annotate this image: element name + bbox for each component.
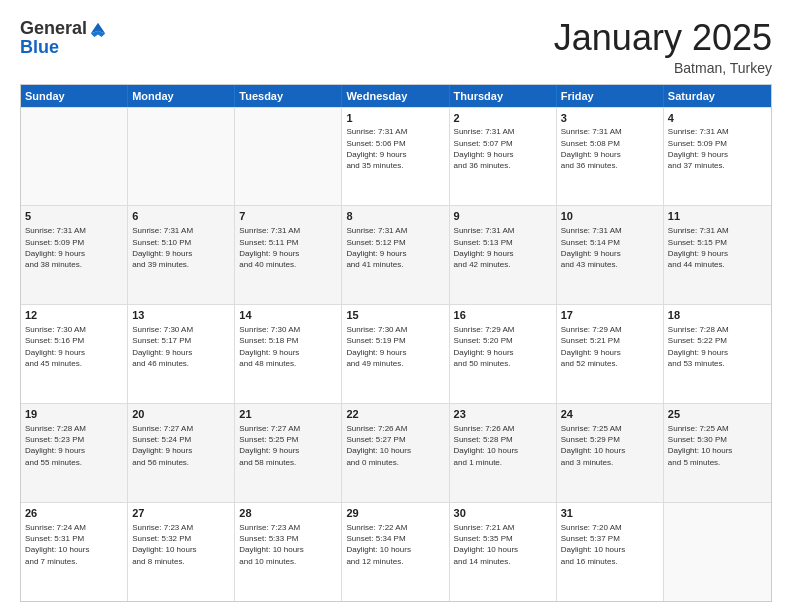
- title-block: January 2025 Batman, Turkey: [554, 18, 772, 76]
- calendar-cell-27: 27Sunrise: 7:23 AM Sunset: 5:32 PM Dayli…: [128, 503, 235, 601]
- day-number: 8: [346, 209, 444, 224]
- cell-details: Sunrise: 7:30 AM Sunset: 5:18 PM Dayligh…: [239, 324, 337, 369]
- cell-details: Sunrise: 7:27 AM Sunset: 5:24 PM Dayligh…: [132, 423, 230, 468]
- header-day-sunday: Sunday: [21, 85, 128, 107]
- day-number: 30: [454, 506, 552, 521]
- cell-details: Sunrise: 7:31 AM Sunset: 5:07 PM Dayligh…: [454, 126, 552, 171]
- day-number: 29: [346, 506, 444, 521]
- day-number: 9: [454, 209, 552, 224]
- cell-details: Sunrise: 7:28 AM Sunset: 5:23 PM Dayligh…: [25, 423, 123, 468]
- logo-icon: [89, 20, 107, 38]
- calendar: SundayMondayTuesdayWednesdayThursdayFrid…: [20, 84, 772, 602]
- header-day-thursday: Thursday: [450, 85, 557, 107]
- calendar-cell-26: 26Sunrise: 7:24 AM Sunset: 5:31 PM Dayli…: [21, 503, 128, 601]
- calendar-cell-24: 24Sunrise: 7:25 AM Sunset: 5:29 PM Dayli…: [557, 404, 664, 502]
- calendar-cell-13: 13Sunrise: 7:30 AM Sunset: 5:17 PM Dayli…: [128, 305, 235, 403]
- cell-details: Sunrise: 7:31 AM Sunset: 5:09 PM Dayligh…: [668, 126, 767, 171]
- calendar-cell-20: 20Sunrise: 7:27 AM Sunset: 5:24 PM Dayli…: [128, 404, 235, 502]
- day-number: 21: [239, 407, 337, 422]
- calendar-cell-31: 31Sunrise: 7:20 AM Sunset: 5:37 PM Dayli…: [557, 503, 664, 601]
- cell-details: Sunrise: 7:30 AM Sunset: 5:19 PM Dayligh…: [346, 324, 444, 369]
- calendar-cell-19: 19Sunrise: 7:28 AM Sunset: 5:23 PM Dayli…: [21, 404, 128, 502]
- day-number: 14: [239, 308, 337, 323]
- calendar-cell-8: 8Sunrise: 7:31 AM Sunset: 5:12 PM Daylig…: [342, 206, 449, 304]
- cell-details: Sunrise: 7:31 AM Sunset: 5:10 PM Dayligh…: [132, 225, 230, 270]
- calendar-cell-1: 1Sunrise: 7:31 AM Sunset: 5:06 PM Daylig…: [342, 108, 449, 206]
- header-day-tuesday: Tuesday: [235, 85, 342, 107]
- calendar-row-2: 12Sunrise: 7:30 AM Sunset: 5:16 PM Dayli…: [21, 304, 771, 403]
- cell-details: Sunrise: 7:25 AM Sunset: 5:30 PM Dayligh…: [668, 423, 767, 468]
- day-number: 4: [668, 111, 767, 126]
- cell-details: Sunrise: 7:21 AM Sunset: 5:35 PM Dayligh…: [454, 522, 552, 567]
- day-number: 25: [668, 407, 767, 422]
- day-number: 18: [668, 308, 767, 323]
- cell-details: Sunrise: 7:20 AM Sunset: 5:37 PM Dayligh…: [561, 522, 659, 567]
- cell-details: Sunrise: 7:31 AM Sunset: 5:06 PM Dayligh…: [346, 126, 444, 171]
- day-number: 12: [25, 308, 123, 323]
- calendar-body: 1Sunrise: 7:31 AM Sunset: 5:06 PM Daylig…: [21, 107, 771, 601]
- header: General Blue January 2025 Batman, Turkey: [20, 18, 772, 76]
- calendar-row-1: 5Sunrise: 7:31 AM Sunset: 5:09 PM Daylig…: [21, 205, 771, 304]
- calendar-cell-18: 18Sunrise: 7:28 AM Sunset: 5:22 PM Dayli…: [664, 305, 771, 403]
- cell-details: Sunrise: 7:31 AM Sunset: 5:12 PM Dayligh…: [346, 225, 444, 270]
- cell-details: Sunrise: 7:29 AM Sunset: 5:21 PM Dayligh…: [561, 324, 659, 369]
- cell-details: Sunrise: 7:29 AM Sunset: 5:20 PM Dayligh…: [454, 324, 552, 369]
- calendar-cell-25: 25Sunrise: 7:25 AM Sunset: 5:30 PM Dayli…: [664, 404, 771, 502]
- day-number: 11: [668, 209, 767, 224]
- calendar-row-3: 19Sunrise: 7:28 AM Sunset: 5:23 PM Dayli…: [21, 403, 771, 502]
- day-number: 28: [239, 506, 337, 521]
- calendar-cell-30: 30Sunrise: 7:21 AM Sunset: 5:35 PM Dayli…: [450, 503, 557, 601]
- day-number: 22: [346, 407, 444, 422]
- header-day-monday: Monday: [128, 85, 235, 107]
- cell-details: Sunrise: 7:22 AM Sunset: 5:34 PM Dayligh…: [346, 522, 444, 567]
- cell-details: Sunrise: 7:26 AM Sunset: 5:28 PM Dayligh…: [454, 423, 552, 468]
- calendar-cell-5: 5Sunrise: 7:31 AM Sunset: 5:09 PM Daylig…: [21, 206, 128, 304]
- calendar-cell-15: 15Sunrise: 7:30 AM Sunset: 5:19 PM Dayli…: [342, 305, 449, 403]
- cell-details: Sunrise: 7:26 AM Sunset: 5:27 PM Dayligh…: [346, 423, 444, 468]
- day-number: 23: [454, 407, 552, 422]
- calendar-cell-empty-2: [235, 108, 342, 206]
- cell-details: Sunrise: 7:30 AM Sunset: 5:16 PM Dayligh…: [25, 324, 123, 369]
- cell-details: Sunrise: 7:23 AM Sunset: 5:32 PM Dayligh…: [132, 522, 230, 567]
- calendar-cell-23: 23Sunrise: 7:26 AM Sunset: 5:28 PM Dayli…: [450, 404, 557, 502]
- day-number: 6: [132, 209, 230, 224]
- day-number: 13: [132, 308, 230, 323]
- day-number: 27: [132, 506, 230, 521]
- calendar-cell-2: 2Sunrise: 7:31 AM Sunset: 5:07 PM Daylig…: [450, 108, 557, 206]
- calendar-cell-empty-0: [21, 108, 128, 206]
- day-number: 31: [561, 506, 659, 521]
- calendar-title: January 2025: [554, 18, 772, 58]
- header-day-saturday: Saturday: [664, 85, 771, 107]
- calendar-cell-10: 10Sunrise: 7:31 AM Sunset: 5:14 PM Dayli…: [557, 206, 664, 304]
- cell-details: Sunrise: 7:31 AM Sunset: 5:15 PM Dayligh…: [668, 225, 767, 270]
- calendar-row-0: 1Sunrise: 7:31 AM Sunset: 5:06 PM Daylig…: [21, 107, 771, 206]
- calendar-cell-7: 7Sunrise: 7:31 AM Sunset: 5:11 PM Daylig…: [235, 206, 342, 304]
- calendar-cell-16: 16Sunrise: 7:29 AM Sunset: 5:20 PM Dayli…: [450, 305, 557, 403]
- day-number: 17: [561, 308, 659, 323]
- calendar-cell-3: 3Sunrise: 7:31 AM Sunset: 5:08 PM Daylig…: [557, 108, 664, 206]
- day-number: 19: [25, 407, 123, 422]
- cell-details: Sunrise: 7:30 AM Sunset: 5:17 PM Dayligh…: [132, 324, 230, 369]
- cell-details: Sunrise: 7:31 AM Sunset: 5:11 PM Dayligh…: [239, 225, 337, 270]
- calendar-cell-17: 17Sunrise: 7:29 AM Sunset: 5:21 PM Dayli…: [557, 305, 664, 403]
- header-day-friday: Friday: [557, 85, 664, 107]
- calendar-cell-9: 9Sunrise: 7:31 AM Sunset: 5:13 PM Daylig…: [450, 206, 557, 304]
- cell-details: Sunrise: 7:31 AM Sunset: 5:09 PM Dayligh…: [25, 225, 123, 270]
- day-number: 2: [454, 111, 552, 126]
- calendar-cell-22: 22Sunrise: 7:26 AM Sunset: 5:27 PM Dayli…: [342, 404, 449, 502]
- cell-details: Sunrise: 7:23 AM Sunset: 5:33 PM Dayligh…: [239, 522, 337, 567]
- calendar-cell-11: 11Sunrise: 7:31 AM Sunset: 5:15 PM Dayli…: [664, 206, 771, 304]
- logo-general-text: General: [20, 18, 87, 39]
- day-number: 24: [561, 407, 659, 422]
- page: General Blue January 2025 Batman, Turkey…: [0, 0, 792, 612]
- day-number: 15: [346, 308, 444, 323]
- cell-details: Sunrise: 7:24 AM Sunset: 5:31 PM Dayligh…: [25, 522, 123, 567]
- calendar-cell-28: 28Sunrise: 7:23 AM Sunset: 5:33 PM Dayli…: [235, 503, 342, 601]
- cell-details: Sunrise: 7:25 AM Sunset: 5:29 PM Dayligh…: [561, 423, 659, 468]
- day-number: 3: [561, 111, 659, 126]
- calendar-cell-12: 12Sunrise: 7:30 AM Sunset: 5:16 PM Dayli…: [21, 305, 128, 403]
- cell-details: Sunrise: 7:27 AM Sunset: 5:25 PM Dayligh…: [239, 423, 337, 468]
- cell-details: Sunrise: 7:31 AM Sunset: 5:14 PM Dayligh…: [561, 225, 659, 270]
- logo: General Blue: [20, 18, 107, 58]
- day-number: 16: [454, 308, 552, 323]
